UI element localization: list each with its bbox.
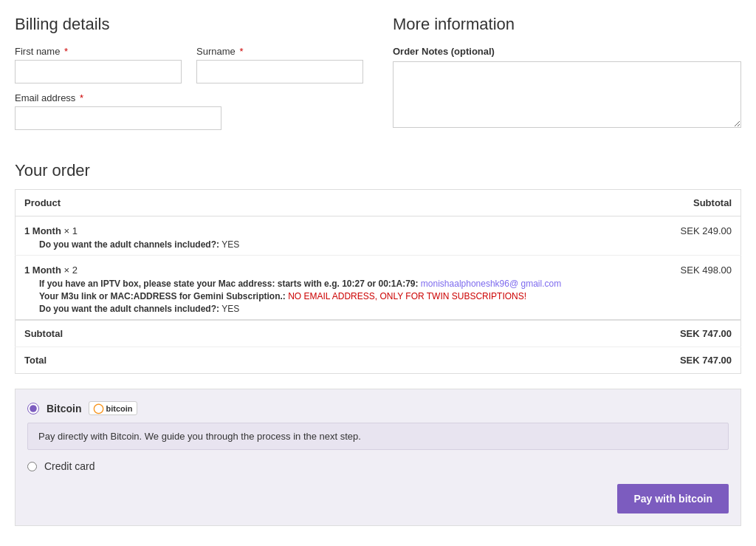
- more-info-title: More information: [393, 15, 741, 34]
- total-label: Total: [16, 347, 660, 374]
- product-subtotal-1: SEK 249.00: [660, 216, 741, 256]
- surname-label: Surname *: [196, 46, 363, 57]
- credit-card-label[interactable]: Credit card: [44, 460, 94, 472]
- table-row: 1 Month × 2 If you have an IPTV box, ple…: [16, 256, 741, 321]
- bitcoin-description: Pay directly with Bitcoin. We guide you …: [27, 423, 729, 450]
- surname-input[interactable]: [196, 60, 363, 83]
- payment-section: Bitcoin ◯ bitcoin Pay directly with Bitc…: [15, 389, 741, 526]
- total-value: SEK 747.00: [660, 347, 741, 374]
- your-order-title: Your order: [15, 161, 741, 180]
- total-row: Total SEK 747.00: [16, 347, 741, 374]
- table-row: 1 Month × 1 Do you want the adult channe…: [16, 216, 741, 256]
- subtotal-label: Subtotal: [16, 320, 660, 347]
- first-name-input[interactable]: [15, 60, 182, 83]
- bitcoin-label[interactable]: Bitcoin: [47, 403, 81, 414]
- credit-card-option[interactable]: Credit card: [27, 460, 729, 472]
- pay-with-bitcoin-button[interactable]: Pay with bitcoin: [617, 484, 729, 513]
- first-name-label: First name *: [15, 46, 182, 57]
- product-name-2: 1 Month × 2: [24, 265, 651, 276]
- billing-title: Billing details: [15, 15, 363, 34]
- product-details-1: Do you want the adult channels included?…: [24, 239, 651, 250]
- product-details-2: If you have an IPTV box, please state yo…: [24, 279, 651, 314]
- bitcoin-radio[interactable]: [27, 403, 39, 414]
- order-notes-input[interactable]: [393, 61, 741, 128]
- credit-card-radio[interactable]: [27, 462, 37, 471]
- email-label: Email address *: [15, 92, 221, 103]
- bitcoin-option[interactable]: Bitcoin ◯ bitcoin: [27, 401, 729, 415]
- bitcoin-icon: ◯: [93, 403, 104, 414]
- bitcoin-logo-text: bitcoin: [106, 404, 132, 413]
- subtotal-row: Subtotal SEK 747.00: [16, 320, 741, 347]
- order-notes-label: Order Notes (optional): [393, 46, 741, 57]
- product-subtotal-2: SEK 498.00: [660, 256, 741, 321]
- col-product: Product: [16, 190, 660, 216]
- bitcoin-logo: ◯ bitcoin: [89, 401, 137, 415]
- col-subtotal: Subtotal: [660, 190, 741, 216]
- email-input[interactable]: [15, 106, 221, 130]
- subtotal-value: SEK 747.00: [660, 320, 741, 347]
- product-name-1: 1 Month × 1: [24, 225, 651, 236]
